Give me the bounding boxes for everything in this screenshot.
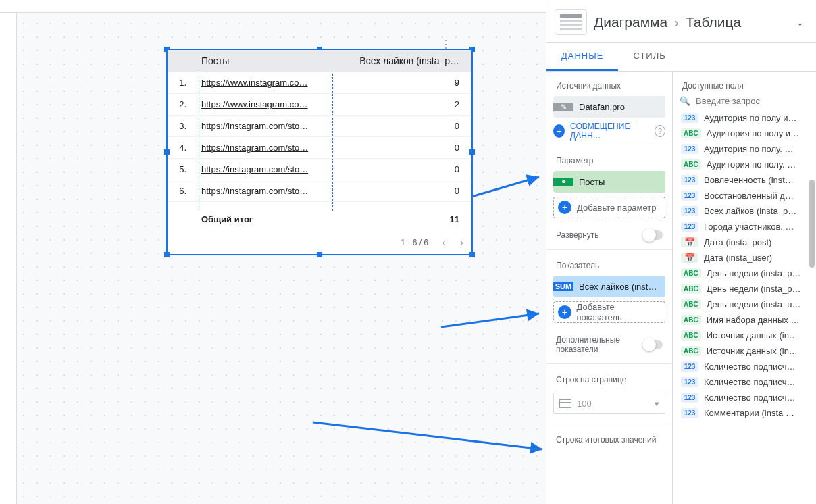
metric-chip[interactable]: SUM Всех лайков (inst… xyxy=(553,276,665,297)
field-item[interactable]: 123Восстановленный д… xyxy=(673,188,816,203)
field-item[interactable]: ABCИсточник данных (in… xyxy=(673,343,816,359)
field-item[interactable]: ABCИсточник данных (in… xyxy=(673,328,816,343)
field-name: Города участников. … xyxy=(704,222,794,232)
svg-rect-3 xyxy=(560,14,582,18)
index-header xyxy=(168,50,195,72)
field-item[interactable]: 123Количество подписч… xyxy=(673,359,816,374)
table-row[interactable]: 5.https://instagram.com/sto…0 xyxy=(168,159,471,180)
field-name: Источник данных (in… xyxy=(707,346,798,356)
field-item[interactable]: ABCДень недели (insta_u… xyxy=(673,297,816,312)
type-number-icon: 123 xyxy=(681,175,698,185)
table-row[interactable]: 1.https://www.instagram.co…9 xyxy=(168,72,471,94)
field-name: Источник данных (in… xyxy=(707,330,798,341)
blend-data-button[interactable]: + СОВМЕЩЕНИЕ ДАНН… ? xyxy=(553,122,665,141)
table-row[interactable]: 4.https://instagram.com/sto…0 xyxy=(168,137,471,159)
post-link[interactable]: https://instagram.com/sto… xyxy=(201,164,323,174)
caret-down-icon: ▾ xyxy=(655,399,659,409)
report-canvas[interactable]: ⋮ Посты Всех лайков (insta_p… 1.https://… xyxy=(0,0,546,504)
resize-handle[interactable] xyxy=(317,252,322,257)
column-header[interactable]: Посты xyxy=(195,50,334,72)
field-item[interactable]: 123Комментарии (insta … xyxy=(673,405,816,421)
data-table: Посты Всех лайков (insta_p… 1.https://ww… xyxy=(168,50,471,231)
column-header[interactable]: Всех лайков (insta_p… xyxy=(334,50,471,72)
field-name: День недели (insta_u… xyxy=(707,299,801,309)
drilldown-toggle-row: Развернуть xyxy=(546,222,672,248)
field-name: День недели (insta_p… xyxy=(707,268,801,278)
likes-value: 9 xyxy=(334,72,471,94)
dimension-chip[interactable]: ⚭ Посты xyxy=(553,171,665,193)
data-source-chip[interactable]: ✎ Datafan.pro xyxy=(553,96,665,118)
scrollbar-thumb[interactable] xyxy=(809,180,815,268)
field-item[interactable]: 📅Дата (insta_post) xyxy=(673,234,816,250)
section-dimension: Параметр xyxy=(546,147,672,171)
field-item[interactable]: 123Вовлеченность (inst… xyxy=(673,172,816,188)
type-date-icon: 📅 xyxy=(681,237,698,247)
post-link[interactable]: https://instagram.com/sto… xyxy=(201,186,323,196)
table-pager: 1 - 6 / 6 ‹ › xyxy=(168,231,471,254)
breadcrumb-leaf: Таблица xyxy=(686,14,741,30)
tab-data[interactable]: ДАННЫЕ xyxy=(546,43,618,71)
table-chart-widget[interactable]: ⋮ Посты Всех лайков (insta_p… 1.https://… xyxy=(166,49,473,255)
optional-metrics-row: Дополнительныепоказатели xyxy=(546,327,672,362)
page-next-icon[interactable]: › xyxy=(454,236,463,249)
chevron-right-icon: › xyxy=(674,14,679,30)
total-value: 11 xyxy=(334,202,471,232)
pencil-icon[interactable]: ✎ xyxy=(553,103,573,111)
svg-rect-6 xyxy=(560,28,582,30)
field-item[interactable]: ABCИмя набора данных … xyxy=(673,312,816,328)
type-text-icon: ABC xyxy=(681,346,701,356)
fields-search-input[interactable] xyxy=(696,96,809,106)
panel-tabs: ДАННЫЕ СТИЛЬ xyxy=(546,43,816,72)
section-summary-row: Строка итоговых значений xyxy=(546,426,672,450)
add-dimension-button[interactable]: + Добавьте параметр xyxy=(553,197,665,218)
rows-per-page-select[interactable]: 100 ▾ xyxy=(553,393,665,414)
type-number-icon: 123 xyxy=(681,377,698,387)
resize-handle[interactable] xyxy=(164,252,170,257)
post-link[interactable]: https://instagram.com/sto… xyxy=(201,121,323,131)
toggle-switch[interactable] xyxy=(642,230,663,240)
pager-text: 1 - 6 / 6 xyxy=(401,238,428,247)
aggregation-badge[interactable]: SUM xyxy=(553,282,573,291)
type-number-icon: 123 xyxy=(681,408,698,418)
field-item[interactable]: ABCДень недели (insta_p… xyxy=(673,281,816,297)
row-index: 2. xyxy=(168,94,195,116)
field-item[interactable]: 123Количество подписч… xyxy=(673,374,816,390)
field-item[interactable]: 123Города участников. … xyxy=(673,219,816,234)
table-row[interactable]: 6.https://instagram.com/sto…0 xyxy=(168,180,471,202)
post-link[interactable]: https://www.instagram.co… xyxy=(201,99,323,109)
row-index: 4. xyxy=(168,137,195,159)
table-type-icon[interactable] xyxy=(555,9,587,35)
post-link[interactable]: https://instagram.com/sto… xyxy=(201,143,323,153)
post-link[interactable]: https://www.instagram.co… xyxy=(201,78,323,88)
likes-value: 2 xyxy=(334,94,471,116)
tab-style[interactable]: СТИЛЬ xyxy=(618,43,680,71)
field-item[interactable]: ABCДень недели (insta_p… xyxy=(673,266,816,281)
resize-handle[interactable] xyxy=(469,252,475,257)
field-item[interactable]: 123Всех лайков (insta_p… xyxy=(673,203,816,219)
table-row[interactable]: 3.https://instagram.com/sto…0 xyxy=(168,116,471,137)
field-name: Имя набора данных … xyxy=(707,315,800,325)
type-number-icon: 123 xyxy=(681,222,698,232)
field-name: День недели (insta_p… xyxy=(707,284,801,294)
breadcrumb-root[interactable]: Диаграмма xyxy=(594,14,667,30)
fields-search[interactable]: 🔍 xyxy=(680,96,809,106)
field-name: Аудитория по полу и… xyxy=(704,113,796,123)
field-item[interactable]: ABCАудитория по полу. … xyxy=(673,157,816,172)
field-name: Восстановленный д… xyxy=(704,191,794,201)
field-item[interactable]: ABCАудитория по полу и… xyxy=(673,126,816,141)
toggle-switch[interactable] xyxy=(642,340,663,349)
type-text-icon: ABC xyxy=(681,268,701,278)
field-item[interactable]: 📅Дата (insta_user) xyxy=(673,250,816,266)
config-column: Источник данных ✎ Datafan.pro + СОВМЕЩЕН… xyxy=(546,72,673,504)
table-row[interactable]: 2.https://www.instagram.co…2 xyxy=(168,94,471,116)
plus-icon: + xyxy=(553,124,565,138)
field-item[interactable]: 123Аудитория по полу. … xyxy=(673,141,816,157)
more-options-icon[interactable]: ⋮ xyxy=(440,38,451,51)
add-metric-button[interactable]: + Добавьте показатель xyxy=(553,301,665,323)
page-prev-icon[interactable]: ‹ xyxy=(436,236,446,249)
chevron-down-icon[interactable]: ⌄ xyxy=(796,18,804,28)
field-name: Аудитория по полу. … xyxy=(704,144,794,154)
help-icon[interactable]: ? xyxy=(655,125,665,137)
field-item[interactable]: 123Количество подписч… xyxy=(673,390,816,405)
field-item[interactable]: 123Аудитория по полу и… xyxy=(673,110,816,126)
